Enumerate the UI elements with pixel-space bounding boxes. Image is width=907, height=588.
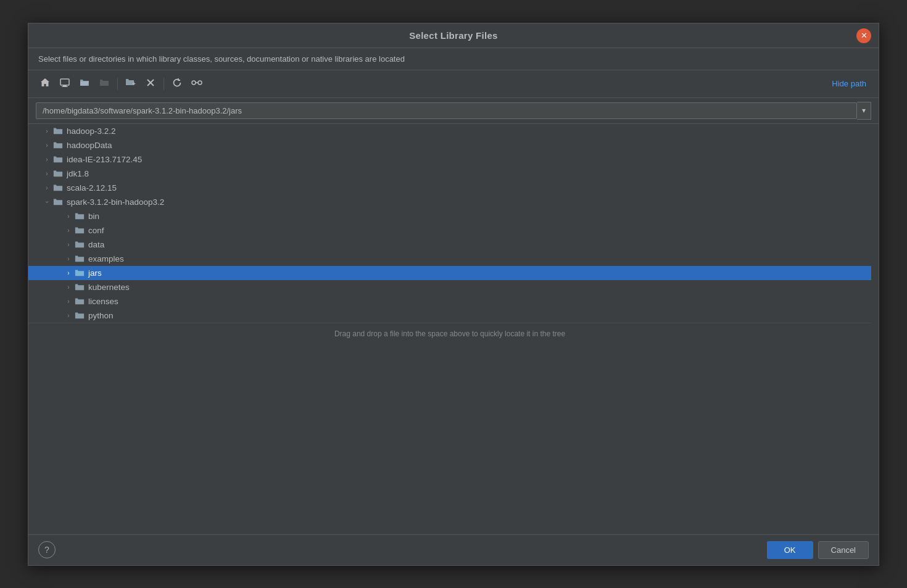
select-library-files-dialog: Select Library Files ✕ Select files or d…: [28, 23, 879, 566]
chevron-right-icon: ›: [41, 142, 53, 149]
add-folder-button[interactable]: +: [122, 75, 140, 93]
tree-item-idea-IE[interactable]: › idea-IE-213.7172.45: [28, 152, 871, 167]
tree-item-label: idea-IE-213.7172.45: [67, 155, 871, 164]
tree-item-jars[interactable]: › jars: [28, 266, 871, 280]
tree-item-label: jdk1.8: [67, 169, 871, 178]
drag-hint: Drag and drop a file into the space abov…: [28, 323, 871, 344]
monitor-button[interactable]: [56, 75, 74, 93]
footer-actions: OK Cancel: [767, 541, 869, 559]
chevron-right-icon: ›: [62, 255, 75, 262]
tree-item-label: jars: [88, 268, 871, 278]
file-tree-container[interactable]: › hadoop-3.2.2 › hadoopData › idea-IE-21…: [28, 124, 879, 534]
help-button[interactable]: ?: [38, 541, 56, 558]
toolbar-separator-1: [117, 78, 118, 90]
folder-open-icon: [80, 78, 89, 89]
chevron-down-icon: ›: [44, 196, 51, 208]
path-dropdown-button[interactable]: ▾: [857, 102, 871, 120]
delete-icon: [146, 78, 155, 89]
link-button[interactable]: [188, 75, 206, 93]
tree-item-label: hadoop-3.2.2: [67, 126, 871, 136]
tree-item-kubernetes[interactable]: › kubernetes: [28, 280, 871, 294]
svg-rect-6: [192, 81, 196, 85]
dialog-titlebar: Select Library Files ✕: [28, 23, 879, 48]
folder-icon: [53, 141, 63, 149]
tree-item-data[interactable]: › data: [28, 238, 871, 252]
folder-icon: [75, 240, 85, 249]
svg-rect-2: [62, 86, 68, 87]
tree-item-label: spark-3.1.2-bin-hadoop3.2: [67, 197, 871, 207]
chevron-right-icon: ›: [62, 284, 75, 291]
cancel-button[interactable]: Cancel: [818, 541, 869, 559]
tree-item-label: scala-2.12.15: [67, 183, 871, 193]
dialog-description: Select files or directories in which lib…: [28, 48, 879, 70]
folder-icon: [75, 268, 85, 277]
delete-button[interactable]: [141, 75, 160, 93]
add-folder-icon: +: [125, 78, 136, 90]
tree-item-label: licenses: [88, 297, 871, 306]
tree-item-spark-3.1.2[interactable]: › spark-3.1.2-bin-hadoop3.2: [28, 195, 871, 209]
folder-disabled-icon: [99, 78, 109, 89]
tree-item-label: examples: [88, 254, 871, 263]
close-icon: ✕: [861, 31, 868, 40]
path-bar: ▾: [28, 98, 879, 124]
folder-icon: [75, 283, 85, 291]
svg-rect-0: [60, 79, 69, 85]
tree-item-licenses[interactable]: › licenses: [28, 294, 871, 308]
svg-text:+: +: [132, 80, 136, 87]
tree-item-conf[interactable]: › conf: [28, 223, 871, 238]
chevron-right-icon: ›: [62, 270, 75, 276]
help-icon: ?: [44, 545, 49, 555]
tree-item-label: conf: [88, 226, 871, 235]
dialog-close-button[interactable]: ✕: [856, 28, 871, 43]
chevron-right-icon: ›: [62, 227, 75, 234]
svg-rect-1: [63, 85, 67, 86]
folder-icon: [53, 155, 63, 164]
monitor-icon: [60, 78, 70, 90]
chevron-right-icon: ›: [62, 213, 75, 220]
link-icon: [191, 78, 202, 89]
refresh-icon: [172, 78, 182, 90]
folder-icon: [53, 197, 63, 206]
toolbar: +: [28, 70, 879, 98]
chevron-down-icon: ▾: [862, 106, 866, 115]
tree-item-label: kubernetes: [88, 283, 871, 292]
refresh-button[interactable]: [168, 75, 186, 93]
path-input[interactable]: [36, 102, 857, 119]
tree-item-label: data: [88, 240, 871, 249]
chevron-right-icon: ›: [62, 312, 75, 319]
chevron-right-icon: ›: [41, 184, 53, 191]
folder-icon: [75, 297, 85, 305]
open-folder-button[interactable]: [75, 75, 94, 93]
home-icon: [40, 78, 50, 90]
tree-item-hadoop-3.2.2[interactable]: › hadoop-3.2.2: [28, 124, 871, 138]
dialog-footer: ? OK Cancel: [28, 534, 879, 565]
folder-icon: [53, 183, 63, 192]
folder-icon: [75, 254, 85, 263]
chevron-right-icon: ›: [41, 128, 53, 135]
chevron-right-icon: ›: [62, 241, 75, 248]
tree-item-bin[interactable]: › bin: [28, 209, 871, 223]
tree-item-python[interactable]: › python: [28, 308, 871, 323]
chevron-right-icon: ›: [41, 170, 53, 177]
chevron-right-icon: ›: [62, 298, 75, 305]
folder-icon: [75, 311, 85, 320]
dialog-title: Select Library Files: [409, 30, 498, 41]
hide-path-button[interactable]: Hide path: [827, 77, 871, 91]
folder-disabled-button[interactable]: [95, 75, 114, 93]
tree-item-scala-2.12.15[interactable]: › scala-2.12.15: [28, 181, 871, 195]
chevron-right-icon: ›: [41, 156, 53, 163]
tree-item-label: python: [88, 311, 871, 320]
tree-item-examples[interactable]: › examples: [28, 252, 871, 266]
folder-icon: [53, 169, 63, 178]
home-button[interactable]: [36, 75, 54, 93]
tree-item-hadoopData[interactable]: › hadoopData: [28, 138, 871, 152]
toolbar-separator-2: [164, 78, 164, 90]
folder-icon: [75, 226, 85, 234]
ok-button[interactable]: OK: [767, 541, 813, 559]
tree-item-jdk1.8[interactable]: › jdk1.8: [28, 167, 871, 181]
folder-icon: [53, 126, 63, 135]
folder-icon: [75, 212, 85, 220]
tree-item-label: hadoopData: [67, 141, 871, 150]
tree-item-label: bin: [88, 212, 871, 221]
svg-rect-7: [198, 81, 202, 85]
